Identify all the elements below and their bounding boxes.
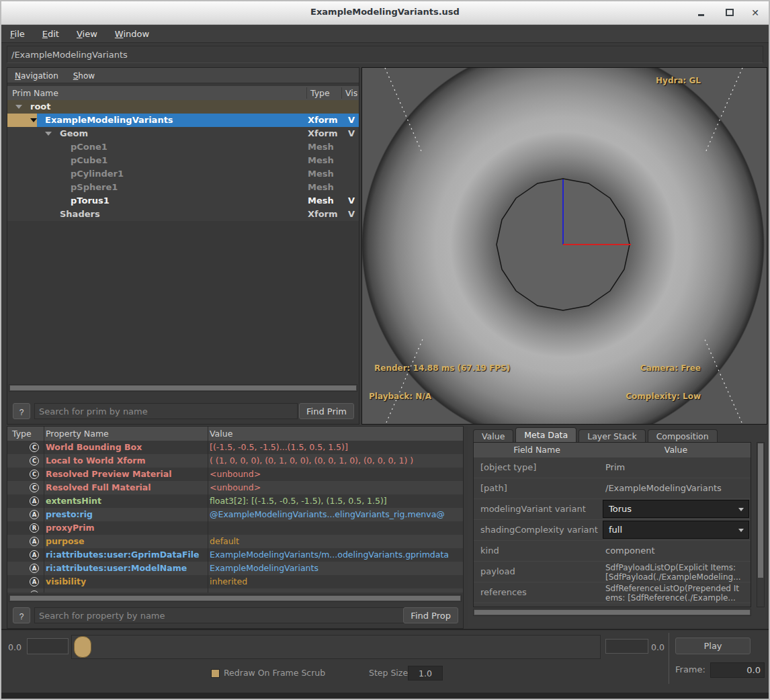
metadata-row-references[interactable]: referencesSdfReferenceListOp(Prepended I… <box>474 582 751 603</box>
property-row-resolved-full-material[interactable]: CResolved Full Material<unbound> <box>7 481 463 494</box>
column-property-name[interactable]: Property Name <box>46 427 109 441</box>
tree-row-root[interactable]: root <box>7 100 359 114</box>
property-search-help-button[interactable]: ? <box>13 607 30 623</box>
menu-item-window[interactable]: Window <box>106 26 158 43</box>
scrollbar-thumb[interactable] <box>10 386 356 390</box>
corner-guide <box>705 68 742 154</box>
property-row-world-bounding-box[interactable]: CWorld Bounding Box[(-1.5, -0.5, -1.5)..… <box>7 441 463 454</box>
minimize-icon[interactable] <box>696 7 707 18</box>
metadata-row-kind[interactable]: kindcomponent <box>474 541 751 562</box>
expand-arrow-icon[interactable] <box>15 105 22 109</box>
frame-slider[interactable] <box>71 635 601 659</box>
property-row-resolved-preview-material[interactable]: CResolved Preview Material<unbound> <box>7 468 463 481</box>
property-row-local-to-world-xform[interactable]: CLocal to World Xform( (1, 0, 0, 0), (0,… <box>7 454 463 468</box>
tab-composition[interactable]: Composition <box>648 429 718 443</box>
play-button[interactable]: Play <box>675 638 751 654</box>
field-name: kind <box>480 541 499 561</box>
property-value: <unbound> <box>210 481 462 494</box>
property-type-icon: C <box>30 443 39 452</box>
tree-row-examplemodelingvariants[interactable]: ExampleModelingVariantsXformV <box>7 114 359 127</box>
prim-type: Mesh <box>308 140 334 154</box>
tree-menubar: NavigationShow <box>7 68 359 83</box>
tree-row-psphere1[interactable]: pSphere1Mesh <box>7 181 359 194</box>
column-divider <box>44 427 44 593</box>
column-prim-name[interactable]: Prim Name <box>12 86 58 100</box>
prim-name: pSphere1 <box>71 181 118 194</box>
column-vis[interactable]: Vis <box>345 86 357 100</box>
frame-input[interactable] <box>710 662 765 678</box>
tree-row-pcube1[interactable]: pCube1Mesh <box>7 154 359 167</box>
variant-combo-modelingvariant-variant[interactable]: Torus <box>603 500 749 518</box>
slider-handle[interactable] <box>74 636 91 658</box>
column-value[interactable]: Value <box>601 443 751 457</box>
property-type-icon: C <box>30 456 39 466</box>
tree-row-ptorus1[interactable]: pTorus1MeshV <box>7 194 359 208</box>
titlebar[interactable]: ExampleModelingVariants.usd <box>1 1 769 25</box>
prim-vis[interactable]: V <box>348 194 355 208</box>
field-value: /ExampleModelingVariants <box>605 478 744 498</box>
metadata-row-shadingcomplexity-variant[interactable]: shadingComplexity variantfull <box>474 520 751 541</box>
prim-vis[interactable]: V <box>348 208 355 221</box>
expand-arrow-icon[interactable] <box>30 118 37 122</box>
close-icon[interactable] <box>750 7 761 18</box>
property-search-input[interactable] <box>34 607 407 623</box>
scrollbar-thumb[interactable] <box>474 610 750 615</box>
property-name: ri:attributes:user:ModelName <box>46 562 187 575</box>
range-start-input[interactable] <box>27 638 69 654</box>
tab-value[interactable]: Value <box>473 429 513 443</box>
column-field-name[interactable]: Field Name <box>474 443 600 457</box>
scrollbar-thumb[interactable] <box>10 596 460 601</box>
camera-stats: Camera: Free Complexity: Low <box>626 345 701 420</box>
property-row-ri-attributes-user-modelname[interactable]: Ari:attributes:user:ModelNameExampleMode… <box>7 562 463 575</box>
redraw-checkbox[interactable] <box>211 669 220 678</box>
property-row-ri-attributes-user-gprimdatafile[interactable]: Ari:attributes:user:GprimDataFileExample… <box>7 548 463 562</box>
tree-menu-show[interactable]: Show <box>66 69 102 83</box>
tab-meta-data[interactable]: Meta Data <box>515 427 576 443</box>
maximize-icon[interactable] <box>724 7 735 18</box>
tree-menu-navigation[interactable]: Navigation <box>7 69 66 83</box>
tab-layer-stack[interactable]: Layer Stack <box>579 429 645 443</box>
column-value[interactable]: Value <box>210 427 232 441</box>
prim-path-bar[interactable]: /ExampleModelingVariants <box>7 46 763 63</box>
step-size-input[interactable] <box>408 666 443 681</box>
column-type[interactable]: Type <box>310 86 330 100</box>
property-value: ExampleModelingVariants <box>210 562 462 575</box>
prim-search-input[interactable] <box>34 403 298 419</box>
metadata-row--object-type-[interactable]: [object type]Prim <box>474 457 751 478</box>
find-prim-button[interactable]: Find Prim <box>299 403 354 419</box>
property-hscrollbar[interactable] <box>9 595 462 602</box>
metadata-row--path-[interactable]: [path]/ExampleModelingVariants <box>474 478 751 499</box>
prim-name: ExampleModelingVariants <box>45 114 173 127</box>
tree-row-pcylinder1[interactable]: pCylinder1Mesh <box>7 167 359 181</box>
menu-item-edit[interactable]: Edit <box>34 26 68 43</box>
metadata-row-modelingvariant-variant[interactable]: modelingVariant variantTorus <box>474 499 751 520</box>
menu-item-view[interactable]: View <box>68 26 106 43</box>
property-row-visibility[interactable]: Avisibilityinherited <box>7 575 463 588</box>
prim-name: Shaders <box>60 208 100 221</box>
range-end-input[interactable] <box>605 639 648 654</box>
property-row-proxyprim[interactable]: RproxyPrim <box>7 521 463 535</box>
property-row-purpose[interactable]: Apurposedefault <box>7 535 463 548</box>
field-name: payload <box>480 562 515 582</box>
viewport[interactable]: Hydra: GL Render: 14.88 ms (67.19 FPS) P… <box>361 67 767 425</box>
find-prop-button[interactable]: Find Prop <box>403 607 458 623</box>
tree-row-shaders[interactable]: ShadersXformV <box>7 208 359 221</box>
menu-item-file[interactable]: File <box>1 26 34 43</box>
prim-vis[interactable]: V <box>348 114 355 127</box>
property-row-extentshint[interactable]: AextentsHintfloat3[2]: [(-1.5, -0.5, -1.… <box>7 494 463 508</box>
metadata-vscrollbar[interactable] <box>757 442 765 607</box>
metadata-hscrollbar[interactable] <box>473 609 751 616</box>
column-type[interactable]: Type <box>12 427 32 441</box>
scrollbar-thumb[interactable] <box>758 443 763 578</box>
footer-strip <box>1 693 769 699</box>
tree-row-pcone1[interactable]: pCone1Mesh <box>7 140 359 154</box>
variant-combo-shadingcomplexity-variant[interactable]: full <box>603 521 749 539</box>
property-row-presto-rig[interactable]: Apresto:rig@ExampleModelingVariants...el… <box>7 508 463 521</box>
prim-vis[interactable]: V <box>348 127 355 140</box>
field-value: Prim <box>605 457 744 478</box>
prim-search-help-button[interactable]: ? <box>13 403 30 419</box>
expand-arrow-icon[interactable] <box>45 132 52 136</box>
metadata-row-payload[interactable]: payloadSdfPayloadListOp(Explicit Items: … <box>474 562 751 582</box>
tree-hscrollbar[interactable] <box>9 384 357 392</box>
tree-row-geom[interactable]: GeomXformV <box>7 127 359 140</box>
